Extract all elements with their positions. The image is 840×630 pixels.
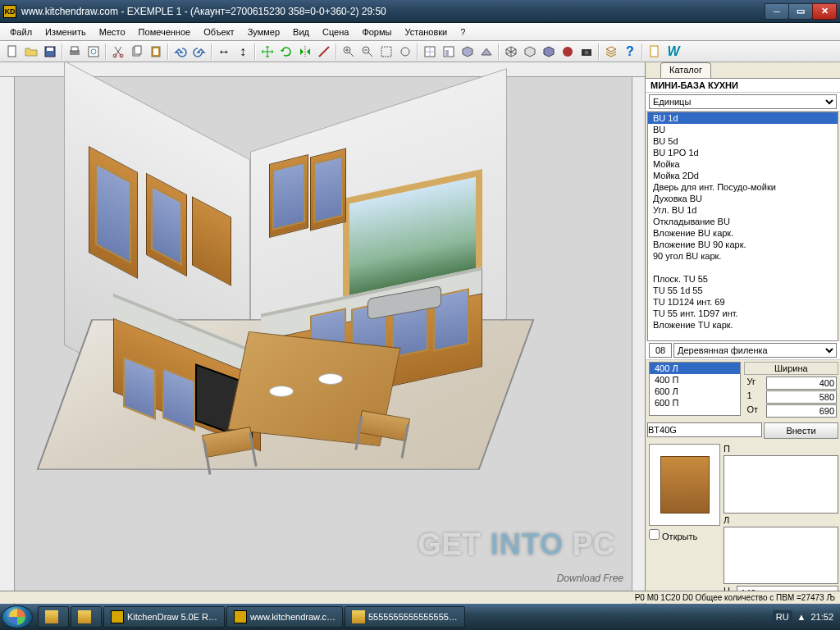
menu-object[interactable]: Объект <box>197 25 240 39</box>
print-icon[interactable] <box>66 43 84 61</box>
size-item[interactable]: 600 П <box>650 397 740 409</box>
catalog-item[interactable] <box>648 331 838 341</box>
finish-code-input[interactable] <box>649 343 672 358</box>
zoom-in-icon[interactable] <box>340 43 358 61</box>
size-list[interactable]: 400 Л400 П600 Л600 П <box>649 362 741 416</box>
minimize-button[interactable]: ─ <box>765 3 789 20</box>
mirror-icon[interactable] <box>296 43 314 61</box>
catalog-item[interactable]: Мойка <box>648 158 838 170</box>
dimension-v-icon[interactable]: ↕ <box>234 43 252 61</box>
system-tray[interactable]: RU ▲ 21:52 <box>768 610 838 623</box>
catalog-item[interactable]: TU 55 инт. 1D97 инт. <box>648 308 838 319</box>
menu-zoomer[interactable]: Зуммер <box>241 25 286 39</box>
measure-icon[interactable] <box>315 43 333 61</box>
catalog-item[interactable]: Плоск. TU 55 <box>648 273 838 285</box>
dimension-h-icon[interactable]: ↔ <box>215 43 233 61</box>
catalog-item[interactable]: TU 55 1d 55 <box>648 285 838 296</box>
menu-help[interactable]: ? <box>454 25 472 39</box>
catalog-item[interactable] <box>648 262 838 273</box>
rotate-icon[interactable] <box>277 43 295 61</box>
field-p[interactable] <box>724 455 838 514</box>
menu-file[interactable]: Файл <box>3 25 39 39</box>
catalog-item[interactable]: Духовка BU <box>648 193 838 204</box>
catalog-item[interactable]: Вложение BU карк. <box>648 227 838 239</box>
language-indicator[interactable]: RU <box>773 610 792 623</box>
render-shaded-icon[interactable] <box>540 43 558 61</box>
doc-icon[interactable] <box>646 43 664 61</box>
render-real-icon[interactable] <box>559 43 577 61</box>
kitchen-scene <box>64 102 507 520</box>
paste-icon[interactable] <box>147 43 165 61</box>
size-item[interactable]: 600 Л <box>650 386 740 397</box>
catalog-item[interactable]: BU 1d <box>648 112 838 124</box>
dim-ug-input[interactable] <box>766 377 838 390</box>
taskbar-item[interactable]: KitchenDraw 5.0E R… <box>103 606 225 628</box>
redo-icon[interactable] <box>190 43 208 61</box>
field-l[interactable] <box>724 527 838 585</box>
menu-place[interactable]: Место <box>93 25 132 39</box>
catalog-item[interactable]: Вложение TU карк. <box>648 319 838 331</box>
copy-icon[interactable] <box>128 43 146 61</box>
move-icon[interactable] <box>258 43 276 61</box>
size-item[interactable]: 400 П <box>650 374 740 386</box>
save-icon[interactable] <box>41 43 59 61</box>
model-code-input[interactable] <box>647 422 762 437</box>
catalog-item[interactable]: Угл. BU 1d <box>648 204 838 216</box>
web-icon[interactable]: W <box>664 43 682 61</box>
close-button[interactable]: ✕ <box>812 3 837 20</box>
taskbar-item[interactable] <box>38 606 69 628</box>
catalog-item[interactable]: BU 5d <box>648 135 838 147</box>
catalog-item-list[interactable]: BU 1dBUBU 5dBU 1PO 1dМойкаМойка 2DdДверь… <box>647 112 838 341</box>
insert-button[interactable]: Внести <box>764 422 838 439</box>
new-file-icon[interactable] <box>3 43 21 61</box>
catalog-item[interactable]: Дверь для инт. Посудо-мойки <box>648 181 838 193</box>
catalog-item[interactable]: 90 угол BU карк. <box>648 250 838 262</box>
category-select[interactable]: Единицы <box>649 94 837 109</box>
catalog-item[interactable]: Мойка 2Dd <box>648 170 838 181</box>
taskbar-item[interactable] <box>71 606 102 628</box>
menu-view[interactable]: Вид <box>286 25 316 39</box>
help-icon[interactable]: ? <box>621 43 639 61</box>
tab-catalog[interactable]: Каталог <box>660 62 711 78</box>
render-wire-icon[interactable] <box>502 43 520 61</box>
render-hidden-icon[interactable] <box>521 43 539 61</box>
menu-settings[interactable]: Установки <box>398 25 454 39</box>
zoom-out-icon[interactable] <box>358 43 377 61</box>
tray-icon[interactable]: ▲ <box>797 612 806 622</box>
catalog-item[interactable]: BU 1PO 1d <box>648 147 838 158</box>
view-axon-icon[interactable] <box>459 43 477 61</box>
catalog-item[interactable]: TU 1D124 инт. 69 <box>648 296 838 308</box>
scrollbar-vertical[interactable] <box>632 77 645 591</box>
start-button[interactable] <box>2 605 33 628</box>
catalog-item[interactable]: BU <box>648 124 838 135</box>
dim-1-input[interactable] <box>766 390 838 404</box>
size-item[interactable]: 400 Л <box>650 363 740 374</box>
view-plan-icon[interactable] <box>421 43 439 61</box>
menu-forms[interactable]: Формы <box>355 25 398 39</box>
viewport-3d[interactable]: GET INTO PC Download Free <box>0 62 645 604</box>
render-area[interactable]: GET INTO PC Download Free <box>15 77 632 591</box>
camera-icon[interactable] <box>578 43 596 61</box>
taskbar-item[interactable]: 5555555555555555… <box>345 606 465 628</box>
open-checkbox[interactable]: Открыть <box>649 532 697 541</box>
windows-orb-icon <box>9 609 25 625</box>
menu-edit[interactable]: Изменить <box>39 25 93 39</box>
zoom-window-icon[interactable] <box>377 43 395 61</box>
zoom-fit-icon[interactable] <box>396 43 414 61</box>
finish-select[interactable]: Деревянная филенка <box>673 343 837 358</box>
view-elevation-icon[interactable] <box>440 43 458 61</box>
svg-point-20 <box>563 47 573 57</box>
cut-icon[interactable] <box>109 43 127 61</box>
open-file-icon[interactable] <box>22 43 40 61</box>
taskbar-item[interactable]: www.kitchendraw.c… <box>226 606 343 628</box>
catalog-item[interactable]: Откладывание BU <box>648 216 838 227</box>
view-perspective-icon[interactable] <box>477 43 495 61</box>
layers-icon[interactable] <box>602 43 620 61</box>
undo-icon[interactable] <box>171 43 189 61</box>
catalog-item[interactable]: Вложение BU 90 карк. <box>648 239 838 250</box>
preview-icon[interactable] <box>84 43 103 61</box>
maximize-button[interactable]: ▭ <box>788 3 813 20</box>
menu-scene[interactable]: Сцена <box>316 25 355 39</box>
dim-ot-input[interactable] <box>766 404 838 418</box>
menu-marked[interactable]: Помеченное <box>132 25 198 39</box>
